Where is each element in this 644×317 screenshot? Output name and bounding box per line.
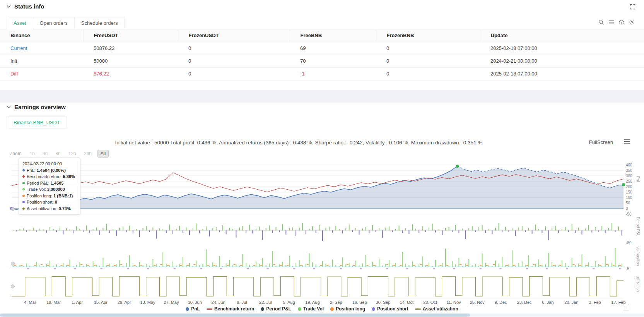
x-tick-label: 18. Mar — [46, 300, 61, 305]
gear-icon[interactable] — [629, 19, 635, 25]
current-link[interactable]: Current — [0, 42, 83, 55]
performance-summary: Initial net value : 50000 Total profit: … — [0, 140, 598, 146]
tab-asset[interactable]: Asset — [7, 17, 33, 29]
zoom-option-1h[interactable]: 1h — [28, 150, 37, 157]
cell: 0 — [178, 55, 290, 67]
cell: 70 — [290, 55, 376, 67]
drag-handle[interactable] — [11, 262, 15, 266]
drag-handle[interactable] — [11, 284, 15, 288]
earnings-section-header: Earnings overview — [6, 104, 66, 110]
zoom-option-All[interactable]: All — [97, 150, 109, 158]
tab-binance-bnb-usdt[interactable]: Binance.BNB_USDT — [7, 116, 67, 129]
status-info-section: Status info Asset Open orders Schedule o… — [0, 0, 644, 90]
cell: 0 — [178, 67, 290, 80]
zoom-option-8h[interactable]: 8h — [53, 150, 62, 157]
axis-name-pnl: PnL — [636, 176, 640, 183]
svg-text:250: 250 — [626, 179, 632, 183]
chart-menu-icon[interactable] — [624, 139, 630, 146]
tooltip-row: Position long: 1 (BNB:1) — [22, 193, 77, 199]
tooltip-rows: PnL: 1.4504 (0.00%)Benchmark return: 5.3… — [22, 167, 77, 212]
x-tick-label: 16. Sep — [352, 300, 367, 305]
utilization-chart[interactable] — [0, 272, 644, 300]
chart-legend: PnLBenchmark returnPeriod P&LTrade VolPo… — [0, 306, 644, 312]
x-tick-label: 29. Apr — [118, 300, 131, 305]
x-tick-label: 14. Oct — [400, 300, 413, 305]
svg-text:100: 100 — [626, 195, 632, 200]
svg-text:150: 150 — [626, 190, 632, 194]
chart-tooltip: 2024-02-22 00:00:00 PnL: 1.4504 (0.00%)B… — [19, 158, 80, 215]
x-tick-label: 5. Aug — [283, 300, 295, 305]
cell: 2024-02-21 00:00:00 — [480, 55, 644, 67]
zoom-option-24h[interactable]: 24h — [82, 150, 94, 157]
x-tick-label: 20. Jan — [564, 300, 578, 305]
cell: 2025-02-18 07:00:00 — [480, 67, 644, 80]
tooltip-row: Benchmark return: 5.38% — [22, 173, 77, 180]
drag-handle[interactable] — [11, 207, 15, 211]
cloud-download-icon[interactable] — [618, 19, 625, 25]
earnings-tabbar: Binance.BNB_USDT — [0, 115, 644, 129]
collapse-chevron-icon[interactable] — [6, 105, 11, 110]
svg-text:300: 300 — [626, 174, 632, 178]
fullscreen-button[interactable]: FullScreen — [589, 139, 613, 145]
cell: 0 — [376, 67, 480, 80]
period-pnl-chart[interactable]: -80 — [0, 219, 644, 245]
vol-position-chart[interactable]: -5 — [0, 246, 644, 271]
pnl-chart[interactable]: 400350300250200150100500-50 — [0, 163, 644, 217]
section-title: Status info — [14, 3, 44, 10]
svg-text:350: 350 — [626, 168, 632, 173]
horizontal-scrollbar[interactable] — [0, 314, 644, 317]
legend-item-benchmark-return[interactable]: Benchmark return — [207, 306, 254, 312]
search-icon[interactable] — [598, 19, 604, 25]
row-label: Diff — [0, 67, 83, 80]
col-binance: Binance — [0, 29, 83, 42]
legend-item-trade-vol[interactable]: Trade Vol — [298, 306, 324, 312]
svg-text:-5: -5 — [626, 267, 629, 271]
legend-item-position-long[interactable]: Position long — [330, 306, 365, 312]
x-tick-label: 23. Dec — [517, 300, 532, 305]
restore-icon[interactable]: ↑ — [623, 304, 629, 310]
tooltip-row: Period P&L: 1.4505 — [22, 180, 77, 187]
legend-item-pnl[interactable]: PnL — [186, 306, 200, 312]
x-tick-label: 3. Feb — [589, 300, 601, 305]
status-section-header: Status info — [6, 3, 44, 10]
tab-open-orders[interactable]: Open orders — [33, 17, 75, 29]
trading-dashboard-page: Status info Asset Open orders Schedule o… — [0, 0, 644, 317]
legend-item-period-p-l[interactable]: Period P&L — [261, 306, 291, 312]
x-tick-label: 2. Sep — [330, 300, 342, 305]
svg-text:200: 200 — [626, 185, 632, 189]
col-frozenbnb: FrozenBNB — [376, 29, 480, 42]
asset-table: Binance FreeUSDT FrozenUSDT FreeBNB Froz… — [0, 29, 644, 81]
status-toolbar — [598, 19, 635, 25]
tab-schedule-orders[interactable]: Schedule orders — [74, 17, 125, 29]
x-tick-label: 24. Jun — [212, 300, 225, 305]
section-title: Earnings overview — [14, 104, 66, 110]
cell: 69 — [290, 42, 376, 55]
cell: 2025-02-18 07:00:00 — [480, 42, 644, 55]
x-tick-label: 25. Nov — [470, 300, 485, 305]
cell: 50876.22 — [83, 42, 178, 55]
svg-text:400: 400 — [626, 163, 632, 167]
earnings-overview-section: Earnings overview Binance.BNB_USDT Initi… — [0, 103, 644, 317]
legend-item-asset-utilization[interactable]: Asset utilization — [415, 306, 458, 312]
x-tick-label: 27. May — [164, 300, 179, 305]
scrollbar-thumb[interactable] — [0, 314, 470, 317]
tooltip-row: Trade Vol: 3.000000 — [22, 186, 77, 193]
cell: -1 — [290, 67, 376, 80]
x-tick-label: 10. Jun — [188, 300, 202, 305]
legend-item-position-short[interactable]: Position short — [372, 306, 408, 312]
cell: 50000 — [83, 55, 178, 67]
tooltip-row: Asset utilization: 0.74% — [22, 206, 77, 212]
zoom-option-3h[interactable]: 3h — [41, 150, 50, 157]
list-icon[interactable] — [608, 19, 614, 25]
section-divider — [0, 90, 644, 103]
x-tick-label: 15. Apr — [94, 300, 108, 305]
zoom-option-12h[interactable]: 12h — [67, 150, 78, 157]
x-tick-label: 9. Dec — [495, 300, 507, 305]
fullscreen-expand-icon[interactable] — [630, 4, 635, 11]
svg-text:50: 50 — [626, 201, 630, 205]
collapse-chevron-icon[interactable] — [6, 4, 11, 9]
x-tick-label: 4. Mar — [24, 300, 36, 305]
x-tick-label: 8. Jul — [237, 300, 247, 305]
tooltip-timestamp: 2024-02-22 00:00:00 — [22, 161, 77, 167]
zoom-controls: Zoom 1h3h8h12h24hAll — [10, 150, 109, 158]
